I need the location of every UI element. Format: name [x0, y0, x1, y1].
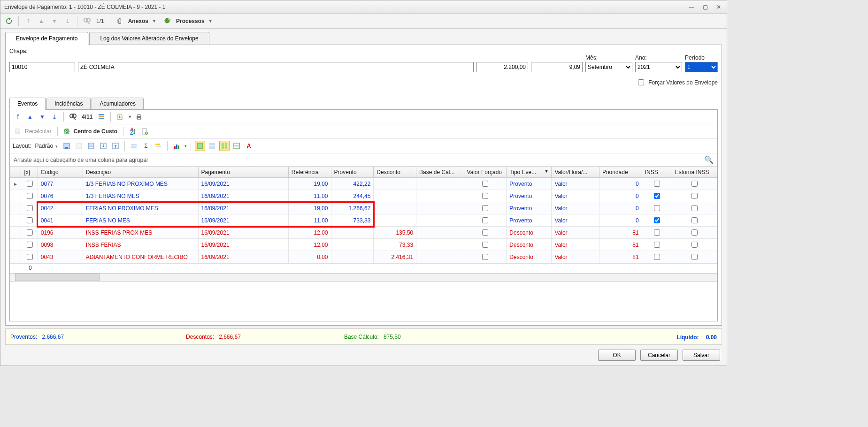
- export-button[interactable]: [115, 112, 125, 122]
- row-select-checkbox[interactable]: [27, 229, 33, 236]
- forcado-checkbox[interactable]: [482, 242, 488, 248]
- row-select-checkbox[interactable]: [27, 193, 33, 199]
- eventos-grid[interactable]: [x] Código Descrição Pagamento Referênci…: [10, 167, 717, 263]
- inss-checkbox[interactable]: [654, 242, 660, 248]
- row-select-checkbox[interactable]: [27, 205, 33, 211]
- prev-row-button[interactable]: ▲: [25, 112, 35, 122]
- last-record-button[interactable]: ⤓: [62, 15, 73, 27]
- col-desconto[interactable]: Desconto: [374, 167, 416, 178]
- find-button[interactable]: [81, 15, 92, 27]
- col-provento[interactable]: Provento: [331, 167, 374, 178]
- inss-checkbox[interactable]: [654, 217, 660, 223]
- ano-select[interactable]: 2021: [635, 62, 682, 72]
- estorna-checkbox[interactable]: [691, 181, 698, 187]
- prev-record-button[interactable]: ▲: [36, 15, 47, 27]
- horizontal-scrollbar[interactable]: [10, 273, 717, 282]
- table-row[interactable]: 0041 FERIAS NO MES 16/09/2021 11,00 733,…: [10, 214, 717, 227]
- forcado-checkbox[interactable]: [482, 254, 488, 260]
- row-select-checkbox[interactable]: [27, 181, 33, 187]
- filter-button[interactable]: [129, 141, 139, 151]
- mes-select[interactable]: Setembro: [585, 62, 632, 72]
- col-forcado[interactable]: Valor Forçado: [464, 167, 507, 178]
- print-button[interactable]: [134, 112, 144, 122]
- col-prioridade[interactable]: Prioridade: [599, 167, 642, 178]
- col-base[interactable]: Base de Cál...: [416, 167, 464, 178]
- estorna-checkbox[interactable]: [691, 193, 698, 199]
- search-icon[interactable]: 🔍: [704, 155, 714, 164]
- forcar-valores-checkbox[interactable]: [638, 79, 644, 85]
- col-referencia[interactable]: Referência: [288, 167, 331, 178]
- group-button[interactable]: [153, 141, 163, 151]
- first-row-button[interactable]: ⤒: [13, 112, 23, 122]
- grid-columns-button[interactable]: [96, 112, 107, 122]
- processos-dropdown[interactable]: Processos: [175, 18, 206, 24]
- inss-checkbox[interactable]: [654, 205, 660, 211]
- inss-checkbox[interactable]: [654, 229, 660, 236]
- inss-checkbox[interactable]: [654, 254, 660, 260]
- subtab-incidencias[interactable]: Incidências: [46, 98, 91, 110]
- table-row[interactable]: 0042 FERIAS NO PROXIMO MES 16/09/2021 19…: [10, 202, 717, 214]
- chart-button[interactable]: [171, 141, 182, 151]
- estorna-checkbox[interactable]: [691, 217, 698, 223]
- export-up-button[interactable]: [110, 141, 121, 151]
- group-by-hint[interactable]: Arraste aqui o cabeçalho de uma coluna p…: [10, 153, 717, 167]
- col-x[interactable]: [x]: [21, 167, 38, 178]
- maximize-button[interactable]: ▢: [701, 3, 710, 11]
- periodo-select[interactable]: 1: [685, 62, 718, 72]
- salvar-button[interactable]: Salvar: [683, 350, 720, 361]
- col-estorna[interactable]: Estorna INSS: [672, 167, 717, 178]
- nome-input[interactable]: [78, 62, 474, 72]
- next-row-button[interactable]: ▼: [37, 112, 47, 122]
- first-record-button[interactable]: ⤒: [23, 15, 34, 27]
- sort-button[interactable]: AZ: [127, 126, 138, 137]
- table-row[interactable]: 0098 INSS FERIAS 16/09/2021 12,00 73,33 …: [10, 239, 717, 251]
- centro-custo-button[interactable]: Centro de Custo: [74, 128, 119, 135]
- col-tipo[interactable]: Tipo Eve... ▼: [507, 167, 552, 178]
- estorna-checkbox[interactable]: [691, 254, 698, 260]
- last-row-button[interactable]: ⤓: [49, 112, 60, 122]
- layout-grid-button[interactable]: [86, 141, 96, 151]
- tab-envelope[interactable]: Envelope de Pagamento: [5, 32, 88, 45]
- close-button[interactable]: ✕: [714, 3, 723, 11]
- estorna-checkbox[interactable]: [691, 229, 698, 236]
- next-record-button[interactable]: ▼: [49, 15, 60, 27]
- subtab-eventos[interactable]: Eventos: [9, 98, 46, 110]
- inss-checkbox[interactable]: [654, 193, 660, 199]
- col-descricao[interactable]: Descrição: [83, 167, 198, 178]
- inss-checkbox[interactable]: [654, 181, 660, 187]
- new-row-button[interactable]: [139, 126, 150, 137]
- view-mode-1-button[interactable]: [195, 141, 205, 151]
- sum-button[interactable]: Σ: [141, 141, 151, 151]
- forcado-checkbox[interactable]: [482, 205, 488, 211]
- layout-dropdown[interactable]: Padrão ▾: [35, 143, 60, 149]
- row-select-checkbox[interactable]: [27, 242, 33, 248]
- estorna-checkbox[interactable]: [691, 242, 698, 248]
- forcado-checkbox[interactable]: [482, 181, 488, 187]
- view-mode-3-button[interactable]: [219, 141, 230, 151]
- view-mode-2-button[interactable]: [207, 141, 217, 151]
- cancelar-button[interactable]: Cancelar: [640, 350, 678, 361]
- ok-button[interactable]: OK: [598, 350, 636, 361]
- table-row[interactable]: 0043 ADIANTAMENTO CONFORME RECIBO 16/09/…: [10, 251, 717, 263]
- layout-save-button[interactable]: [61, 141, 72, 151]
- col-pagamento[interactable]: Pagamento: [198, 167, 288, 178]
- processos-icon[interactable]: [162, 15, 173, 27]
- col-valorhora[interactable]: Valor/Hora/...: [552, 167, 599, 178]
- export-down-button[interactable]: [98, 141, 108, 151]
- forcado-checkbox[interactable]: [482, 217, 488, 223]
- table-row[interactable]: ▸ 0077 1/3 FERIAS NO PROXIMO MES 16/09/2…: [10, 178, 717, 190]
- view-mode-4-button[interactable]: [231, 141, 242, 151]
- col-inss[interactable]: INSS: [642, 167, 672, 178]
- minimize-button[interactable]: —: [687, 3, 696, 11]
- tab-log[interactable]: Log dos Valores Alterados do Envelope: [89, 32, 209, 45]
- anexos-dropdown[interactable]: Anexos: [127, 18, 149, 24]
- subtab-acumuladores[interactable]: Acumuladores: [92, 98, 144, 110]
- attach-icon[interactable]: [114, 15, 125, 27]
- refresh-button[interactable]: [3, 15, 15, 27]
- table-row[interactable]: 0076 1/3 FERIAS NO MES 16/09/2021 11,00 …: [10, 190, 717, 202]
- row-select-checkbox[interactable]: [27, 217, 33, 223]
- chapa-input[interactable]: [9, 62, 75, 72]
- centro-custo-icon[interactable]: $: [61, 126, 72, 137]
- font-button[interactable]: A: [244, 141, 254, 151]
- forcado-checkbox[interactable]: [482, 229, 488, 236]
